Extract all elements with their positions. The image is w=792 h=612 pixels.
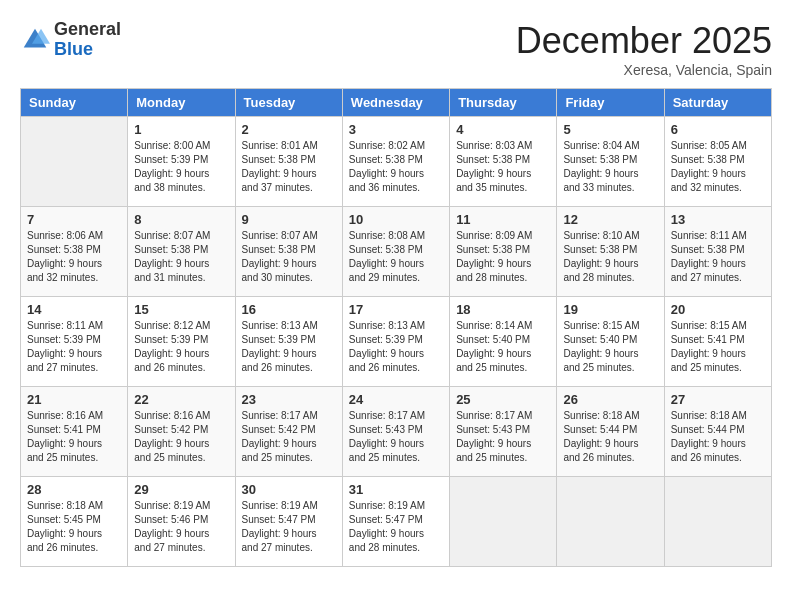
day-number: 20 <box>671 302 765 317</box>
day-info: Sunrise: 8:15 AMSunset: 5:41 PMDaylight:… <box>671 319 765 375</box>
table-row <box>450 477 557 567</box>
day-number: 13 <box>671 212 765 227</box>
day-info: Sunrise: 8:16 AMSunset: 5:42 PMDaylight:… <box>134 409 228 465</box>
page-header: General Blue December 2025 Xeresa, Valen… <box>20 20 772 78</box>
title-area: December 2025 Xeresa, Valencia, Spain <box>516 20 772 78</box>
day-number: 21 <box>27 392 121 407</box>
day-info: Sunrise: 8:17 AMSunset: 5:42 PMDaylight:… <box>242 409 336 465</box>
day-number: 7 <box>27 212 121 227</box>
table-row: 28Sunrise: 8:18 AMSunset: 5:45 PMDayligh… <box>21 477 128 567</box>
table-row: 17Sunrise: 8:13 AMSunset: 5:39 PMDayligh… <box>342 297 449 387</box>
day-info: Sunrise: 8:17 AMSunset: 5:43 PMDaylight:… <box>456 409 550 465</box>
day-info: Sunrise: 8:08 AMSunset: 5:38 PMDaylight:… <box>349 229 443 285</box>
table-row: 31Sunrise: 8:19 AMSunset: 5:47 PMDayligh… <box>342 477 449 567</box>
table-row <box>21 117 128 207</box>
day-info: Sunrise: 8:03 AMSunset: 5:38 PMDaylight:… <box>456 139 550 195</box>
calendar-week-2: 7Sunrise: 8:06 AMSunset: 5:38 PMDaylight… <box>21 207 772 297</box>
table-row: 5Sunrise: 8:04 AMSunset: 5:38 PMDaylight… <box>557 117 664 207</box>
day-number: 28 <box>27 482 121 497</box>
day-info: Sunrise: 8:18 AMSunset: 5:44 PMDaylight:… <box>563 409 657 465</box>
day-info: Sunrise: 8:07 AMSunset: 5:38 PMDaylight:… <box>242 229 336 285</box>
table-row: 9Sunrise: 8:07 AMSunset: 5:38 PMDaylight… <box>235 207 342 297</box>
day-info: Sunrise: 8:17 AMSunset: 5:43 PMDaylight:… <box>349 409 443 465</box>
logo: General Blue <box>20 20 121 60</box>
logo-icon <box>20 25 50 55</box>
day-number: 2 <box>242 122 336 137</box>
day-info: Sunrise: 8:11 AMSunset: 5:38 PMDaylight:… <box>671 229 765 285</box>
day-number: 15 <box>134 302 228 317</box>
day-info: Sunrise: 8:12 AMSunset: 5:39 PMDaylight:… <box>134 319 228 375</box>
table-row: 6Sunrise: 8:05 AMSunset: 5:38 PMDaylight… <box>664 117 771 207</box>
calendar-week-3: 14Sunrise: 8:11 AMSunset: 5:39 PMDayligh… <box>21 297 772 387</box>
day-info: Sunrise: 8:00 AMSunset: 5:39 PMDaylight:… <box>134 139 228 195</box>
table-row: 7Sunrise: 8:06 AMSunset: 5:38 PMDaylight… <box>21 207 128 297</box>
column-header-friday: Friday <box>557 89 664 117</box>
table-row: 4Sunrise: 8:03 AMSunset: 5:38 PMDaylight… <box>450 117 557 207</box>
day-info: Sunrise: 8:18 AMSunset: 5:45 PMDaylight:… <box>27 499 121 555</box>
table-row: 23Sunrise: 8:17 AMSunset: 5:42 PMDayligh… <box>235 387 342 477</box>
day-info: Sunrise: 8:19 AMSunset: 5:47 PMDaylight:… <box>349 499 443 555</box>
column-header-wednesday: Wednesday <box>342 89 449 117</box>
calendar-week-4: 21Sunrise: 8:16 AMSunset: 5:41 PMDayligh… <box>21 387 772 477</box>
day-info: Sunrise: 8:18 AMSunset: 5:44 PMDaylight:… <box>671 409 765 465</box>
day-number: 8 <box>134 212 228 227</box>
day-info: Sunrise: 8:06 AMSunset: 5:38 PMDaylight:… <box>27 229 121 285</box>
day-number: 1 <box>134 122 228 137</box>
day-number: 17 <box>349 302 443 317</box>
month-title: December 2025 <box>516 20 772 62</box>
day-number: 4 <box>456 122 550 137</box>
day-info: Sunrise: 8:13 AMSunset: 5:39 PMDaylight:… <box>242 319 336 375</box>
day-number: 24 <box>349 392 443 407</box>
column-header-saturday: Saturday <box>664 89 771 117</box>
table-row: 29Sunrise: 8:19 AMSunset: 5:46 PMDayligh… <box>128 477 235 567</box>
table-row: 27Sunrise: 8:18 AMSunset: 5:44 PMDayligh… <box>664 387 771 477</box>
table-row: 20Sunrise: 8:15 AMSunset: 5:41 PMDayligh… <box>664 297 771 387</box>
table-row: 24Sunrise: 8:17 AMSunset: 5:43 PMDayligh… <box>342 387 449 477</box>
day-info: Sunrise: 8:15 AMSunset: 5:40 PMDaylight:… <box>563 319 657 375</box>
day-info: Sunrise: 8:16 AMSunset: 5:41 PMDaylight:… <box>27 409 121 465</box>
table-row: 15Sunrise: 8:12 AMSunset: 5:39 PMDayligh… <box>128 297 235 387</box>
table-row: 1Sunrise: 8:00 AMSunset: 5:39 PMDaylight… <box>128 117 235 207</box>
calendar-week-5: 28Sunrise: 8:18 AMSunset: 5:45 PMDayligh… <box>21 477 772 567</box>
day-info: Sunrise: 8:04 AMSunset: 5:38 PMDaylight:… <box>563 139 657 195</box>
day-number: 16 <box>242 302 336 317</box>
day-number: 3 <box>349 122 443 137</box>
day-number: 27 <box>671 392 765 407</box>
day-info: Sunrise: 8:02 AMSunset: 5:38 PMDaylight:… <box>349 139 443 195</box>
day-number: 22 <box>134 392 228 407</box>
calendar-body: 1Sunrise: 8:00 AMSunset: 5:39 PMDaylight… <box>21 117 772 567</box>
logo-blue-text: Blue <box>54 40 121 60</box>
column-header-sunday: Sunday <box>21 89 128 117</box>
column-header-monday: Monday <box>128 89 235 117</box>
table-row: 2Sunrise: 8:01 AMSunset: 5:38 PMDaylight… <box>235 117 342 207</box>
table-row: 22Sunrise: 8:16 AMSunset: 5:42 PMDayligh… <box>128 387 235 477</box>
table-row: 10Sunrise: 8:08 AMSunset: 5:38 PMDayligh… <box>342 207 449 297</box>
day-number: 25 <box>456 392 550 407</box>
table-row: 18Sunrise: 8:14 AMSunset: 5:40 PMDayligh… <box>450 297 557 387</box>
table-row: 21Sunrise: 8:16 AMSunset: 5:41 PMDayligh… <box>21 387 128 477</box>
table-row: 19Sunrise: 8:15 AMSunset: 5:40 PMDayligh… <box>557 297 664 387</box>
day-number: 6 <box>671 122 765 137</box>
day-info: Sunrise: 8:05 AMSunset: 5:38 PMDaylight:… <box>671 139 765 195</box>
day-number: 26 <box>563 392 657 407</box>
day-number: 10 <box>349 212 443 227</box>
day-number: 12 <box>563 212 657 227</box>
day-info: Sunrise: 8:01 AMSunset: 5:38 PMDaylight:… <box>242 139 336 195</box>
table-row: 25Sunrise: 8:17 AMSunset: 5:43 PMDayligh… <box>450 387 557 477</box>
table-row: 8Sunrise: 8:07 AMSunset: 5:38 PMDaylight… <box>128 207 235 297</box>
day-number: 18 <box>456 302 550 317</box>
table-row: 14Sunrise: 8:11 AMSunset: 5:39 PMDayligh… <box>21 297 128 387</box>
table-row <box>557 477 664 567</box>
day-info: Sunrise: 8:19 AMSunset: 5:46 PMDaylight:… <box>134 499 228 555</box>
table-row: 30Sunrise: 8:19 AMSunset: 5:47 PMDayligh… <box>235 477 342 567</box>
logo-general-text: General <box>54 20 121 40</box>
day-number: 5 <box>563 122 657 137</box>
table-row: 3Sunrise: 8:02 AMSunset: 5:38 PMDaylight… <box>342 117 449 207</box>
day-number: 31 <box>349 482 443 497</box>
table-row: 26Sunrise: 8:18 AMSunset: 5:44 PMDayligh… <box>557 387 664 477</box>
day-number: 9 <box>242 212 336 227</box>
day-info: Sunrise: 8:07 AMSunset: 5:38 PMDaylight:… <box>134 229 228 285</box>
day-info: Sunrise: 8:14 AMSunset: 5:40 PMDaylight:… <box>456 319 550 375</box>
table-row: 16Sunrise: 8:13 AMSunset: 5:39 PMDayligh… <box>235 297 342 387</box>
day-info: Sunrise: 8:09 AMSunset: 5:38 PMDaylight:… <box>456 229 550 285</box>
